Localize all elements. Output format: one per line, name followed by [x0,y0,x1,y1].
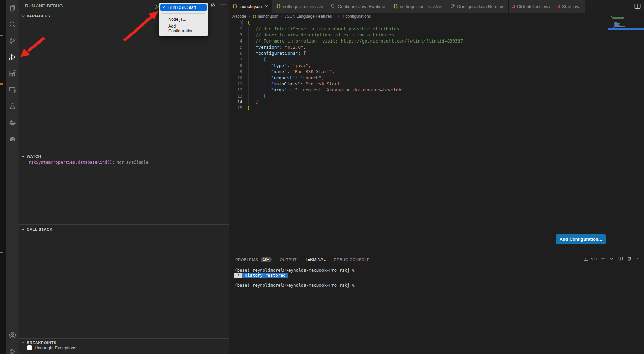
code-line-9: 9"name": "Run RSK Start", [229,68,644,74]
code-token: : [279,45,285,50]
tab-start-java[interactable]: JStart.java [554,0,585,13]
activity-item-docker[interactable] [6,114,19,131]
tab-label: settings.json [400,4,424,9]
line-content: ] [247,99,258,104]
activity-item-remote-explorer[interactable] [6,82,19,98]
files-icon [8,4,17,13]
java-file-icon: J [512,4,515,9]
section-divider [19,224,229,225]
split-terminal-button[interactable] [618,256,623,262]
activity-item-gradle[interactable] [6,131,19,147]
code-token: , [308,63,311,68]
debug-settings-gear-icon[interactable] [210,2,216,10]
chevron-down-icon [20,154,26,159]
panel-tab-terminal[interactable]: TERMINAL [305,254,326,265]
panel-tab-output[interactable]: OUTPUT [280,254,297,265]
code-link[interactable]: https://go.microsoft.com/fwlink/?linkid=… [341,38,463,44]
activity-item-extensions[interactable] [6,65,19,82]
tab-label: settings.json [283,4,308,9]
code-token: "mainClass" [271,81,300,86]
code-line-4: 4// For more information, visit: https:/… [229,38,644,44]
menu-item-add-configuration-[interactable]: Add Configuration... [159,23,208,34]
chevron-down-icon [20,13,26,19]
add-configuration-button[interactable]: Add Configuration... [556,234,606,244]
tab-configure-java-runtime[interactable]: Configure Java Runtime [327,0,389,13]
chevron-down-icon [20,226,26,232]
breakpoint-row-uncaught-exceptions[interactable]: Uncaught Exceptions [27,345,76,350]
minimap-line [612,19,629,20]
tab-label: Configure Java Runtime [457,4,504,9]
code-token: "request" [271,75,295,80]
activity-item-explorer[interactable] [6,0,19,16]
line-content: "args" : "--regtest -Xkeyvalue.datasourc… [247,87,404,92]
new-terminal-button[interactable]: zsh [583,256,597,262]
code-editor[interactable]: 1{2// Use IntelliSense to learn about po… [229,20,644,111]
minimap-line [614,22,617,23]
activity-item-accounts[interactable] [6,327,19,343]
line-number: 11 [229,81,242,86]
minimap-line [612,21,616,21]
minimap-line [613,22,614,22]
section-header-call-stack[interactable]: CALL STACK [19,225,229,233]
line-content: "type": "java", [247,63,311,68]
more-actions-icon[interactable]: ··· [220,1,226,7]
activity-item-search[interactable] [6,16,19,33]
code-line-15: 15} [229,105,644,111]
array-icon: [ ] [338,15,344,18]
tab-settings-json[interactable]: {}settings.json.vscode [272,0,327,13]
code-token: "version" [256,45,279,50]
split-editor-icon[interactable] [634,2,641,11]
add-terminal-button[interactable] [600,256,606,262]
code-token: : [300,81,306,86]
line-number: 14 [229,99,242,104]
tab-launch-json[interactable]: {}launch.json✕ [229,0,272,13]
indent-guide [256,56,256,99]
section-divider [19,152,229,152]
section-header-watch[interactable]: WATCH [19,153,229,160]
breadcrumb-item-launch-json[interactable]: {}launch.json [252,14,278,19]
line-number: 4 [229,38,242,44]
line-number: 12 [229,87,242,92]
panel-tab-label: DEBUG CONSOLE [334,258,370,262]
terminal-box-icon [583,256,589,262]
code-token: "java" [292,63,308,68]
breadcrumb-item--vscode[interactable]: .vscode [232,14,246,19]
panel-tab-label: TERMINAL [305,257,326,262]
menu-item-run-rsk-start[interactable]: ✓ Run RSK Start [160,4,207,11]
code-line-8: 8"type": "java", [229,62,644,68]
code-token: // Use IntelliSense to learn about possi… [256,26,402,31]
section-divider [19,338,229,339]
maximize-panel-button[interactable] [636,256,641,262]
menu-divider [162,13,205,14]
kill-terminal-button[interactable] [627,256,632,262]
close-icon[interactable]: ✕ [265,4,268,9]
breadcrumb: .vscode›{}launch.json›JSON Language Feat… [232,13,371,20]
watch-expression-row[interactable]: rskSystemProperties.databaseKind():not a… [29,160,149,165]
tab-label: Configure Java Runtime [338,4,385,9]
terminal-output[interactable]: (base) reynoldmorel@Reynolds-MacBook-Pro… [234,268,355,288]
launch-profile-button[interactable] [609,256,614,262]
activity-item-settings[interactable] [6,343,19,354]
gear-icon [8,347,17,354]
panel-tab-debug-console[interactable]: DEBUG CONSOLE [334,254,370,265]
activity-item-source-control[interactable] [6,33,19,49]
split-panel-icon [618,256,623,262]
panel-tab-problems[interactable]: PROBLEMS1K+ [235,254,272,265]
activity-item-testing[interactable] [6,98,19,114]
remote-icon [8,86,17,94]
code-token: , [332,69,335,74]
sidebar-title: RUN AND DEBUG [25,3,63,9]
editor-region: {}launch.json✕{}settings.json.vscodeConf… [229,0,644,354]
breadcrumb-item-json-language-features[interactable]: JSON Language Features [284,14,332,19]
code-token: : [287,87,295,92]
tab-detail: .vscode [310,4,323,9]
tab-clitoolstest-java[interactable]: JCliToolsTest.java [509,0,554,13]
checkbox[interactable] [27,345,32,350]
tab-settings-json[interactable]: {}settings.json~/.../User [389,0,446,13]
menu-item-node-js-[interactable]: Node.js... [159,16,208,23]
line-content: { [247,57,266,62]
breadcrumb-item-configurations[interactable]: [ ]configurations [338,14,371,19]
java-cup-icon [450,3,455,10]
activity-item-run-and-debug[interactable] [6,49,19,65]
tab-configure-java-runtime[interactable]: Configure Java Runtime [446,0,508,13]
